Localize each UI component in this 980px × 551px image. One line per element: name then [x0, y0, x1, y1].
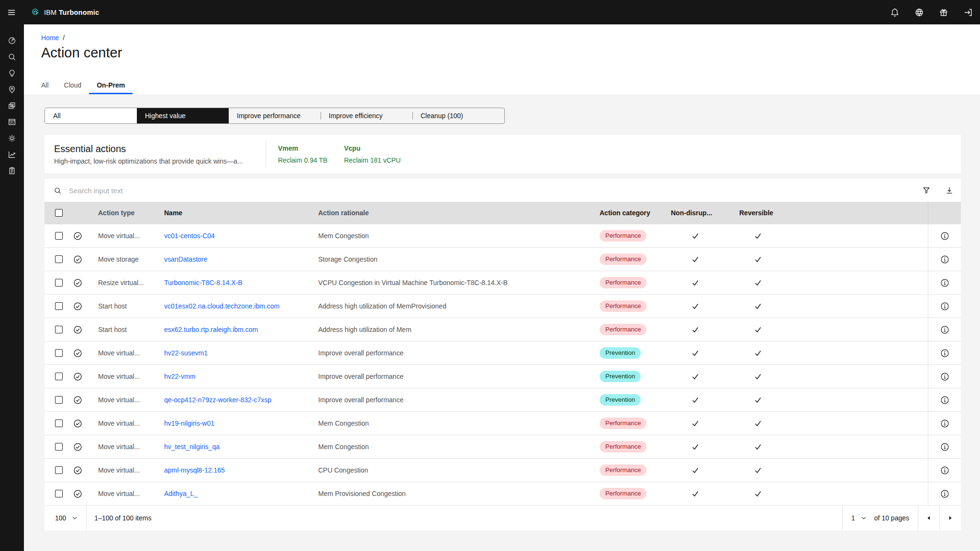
breadcrumb-home-link[interactable]: Home [41, 34, 59, 42]
table-row[interactable]: Move virtual... hv22-susevm1 Improve ove… [45, 341, 961, 364]
filter-segment-cleanup[interactable]: Cleanup (100) [412, 108, 504, 123]
row-checkbox[interactable] [55, 466, 63, 474]
table-row[interactable]: Move virtual... apml-mysql8-12.165 CPU C… [45, 458, 961, 482]
table-toolbar [45, 179, 961, 202]
essential-actions-text: Essential actions High-impact, low-risk … [45, 143, 266, 165]
action-type-cell: Move virtual... [98, 443, 164, 451]
row-checkbox[interactable] [55, 443, 63, 451]
filter-segment-all[interactable]: All [45, 108, 137, 123]
action-name-link[interactable]: apml-mysql8-12.165 [164, 466, 225, 474]
table-row[interactable]: Start host esx62.turbo.rtp.raleigh.ibm.c… [45, 318, 961, 341]
info-icon[interactable] [940, 302, 949, 311]
info-icon[interactable] [940, 396, 949, 405]
row-checkbox[interactable] [55, 349, 63, 357]
row-checkbox[interactable] [55, 255, 63, 263]
non-disruptive-check-icon [691, 442, 739, 451]
action-name-link[interactable]: hv22-vmm [164, 373, 195, 380]
breadcrumb: Home / [41, 34, 980, 42]
top-bar-actions [882, 0, 980, 24]
info-icon[interactable] [940, 278, 949, 287]
info-icon[interactable] [940, 442, 949, 452]
row-checkbox[interactable] [55, 490, 63, 497]
action-name-link[interactable]: hv22-susevm1 [164, 349, 208, 357]
locale-button[interactable] [907, 0, 931, 24]
info-icon[interactable] [940, 419, 949, 428]
action-name-link[interactable]: Adithya_L_ [164, 490, 198, 497]
sidebar-item-overview[interactable] [0, 33, 24, 49]
filter-segment-highest-value[interactable]: Highest value [137, 108, 229, 123]
action-name-link[interactable]: esx62.turbo.rtp.raleigh.ibm.com [164, 326, 258, 333]
main-content: Home / Action center All Cloud On-Prem A… [24, 24, 980, 551]
table-row[interactable]: Move virtual... vc01-centos-C04 Mem Cong… [45, 224, 961, 247]
action-name-link[interactable]: hv_test_nilgiris_qa [164, 443, 220, 451]
action-type-cell: Move virtual... [98, 419, 164, 427]
table-row[interactable]: Move virtual... hv22-vmm Improve overall… [45, 364, 961, 388]
info-icon[interactable] [940, 325, 949, 334]
filter-button[interactable] [915, 179, 938, 202]
action-name-link[interactable]: vc01-centos-C04 [164, 232, 215, 240]
non-disruptive-check-icon [691, 466, 739, 474]
download-button[interactable] [938, 179, 961, 202]
action-name-link[interactable]: vsanDatastore [164, 255, 207, 263]
info-icon[interactable] [940, 466, 949, 475]
action-category-badge: Performance [600, 230, 646, 242]
info-icon[interactable] [940, 372, 949, 381]
menu-button[interactable] [0, 0, 23, 24]
tab-all[interactable]: All [33, 77, 56, 94]
action-name-link[interactable]: qe-ocp412-n79zz-worker-832-c7xsp [164, 396, 271, 404]
action-type-cell: Move virtual... [98, 373, 164, 380]
table-row[interactable]: Resize virtual... Turbonomic-T8C-8.14.X-… [45, 271, 961, 294]
row-checkbox[interactable] [55, 396, 63, 404]
sidebar-item-settings[interactable] [0, 130, 24, 146]
tab-cloud[interactable]: Cloud [56, 77, 89, 94]
page-size-select[interactable]: 100 [45, 506, 87, 530]
sidebar-item-placement[interactable] [0, 81, 24, 98]
action-name-link[interactable]: Turbonomic-T8C-8.14.X-B [164, 279, 243, 287]
notifications-button[interactable] [882, 0, 907, 24]
row-checkbox[interactable] [55, 279, 63, 287]
turbonomic-logo-icon [31, 8, 40, 17]
action-rationale-cell: Improve overall performance [318, 349, 600, 357]
action-rationale-cell: VCPU Congestion in Virtual Machine Turbo… [318, 279, 600, 287]
filter-segment-improve-performance[interactable]: Improve performance [229, 108, 321, 123]
sidebar-item-insights[interactable] [0, 65, 24, 81]
row-checkbox[interactable] [55, 419, 63, 427]
action-name-link[interactable]: hv19-nilgiris-w01 [164, 419, 214, 427]
row-checkbox[interactable] [55, 232, 63, 240]
next-page-button[interactable] [939, 506, 961, 530]
previous-page-button[interactable] [918, 506, 939, 530]
sidebar-item-policies[interactable] [0, 163, 24, 179]
info-icon[interactable] [940, 231, 949, 241]
row-checkbox[interactable] [55, 302, 63, 310]
circle-check-icon [73, 442, 82, 452]
page-header: Home / Action center All Cloud On-Prem [24, 24, 980, 94]
page-number-select[interactable]: 1 of 10 pages [842, 506, 918, 530]
search-input[interactable] [69, 187, 404, 195]
info-icon[interactable] [940, 349, 949, 358]
row-checkbox[interactable] [55, 326, 63, 333]
action-category-badge: Prevention [600, 347, 641, 359]
filter-segment-improve-efficiency[interactable]: Improve efficiency [321, 108, 412, 123]
table-row[interactable]: Move storage vsanDatastore Storage Conge… [45, 247, 961, 271]
row-checkbox[interactable] [55, 373, 63, 380]
info-icon[interactable] [940, 255, 949, 264]
tab-on-prem[interactable]: On-Prem [89, 77, 133, 94]
sidebar-item-search[interactable] [0, 49, 24, 65]
table-row[interactable]: Move virtual... hv19-nilgiris-w01 Mem Co… [45, 411, 961, 435]
table-row[interactable]: Move virtual... qe-ocp412-n79zz-worker-8… [45, 388, 961, 411]
circle-check-icon [73, 302, 82, 311]
sidebar-item-dashboards[interactable] [0, 114, 24, 130]
action-name-link[interactable]: vc01esx02.na.cloud.techzone.ibm.com [164, 302, 279, 310]
sidebar-item-plans[interactable] [0, 98, 24, 114]
action-rationale-cell: Address high utilization of Mem [318, 326, 600, 333]
select-all-checkbox[interactable] [55, 209, 63, 217]
table-row[interactable]: Start host vc01esx02.na.cloud.techzone.i… [45, 294, 961, 318]
table-row[interactable]: Move virtual... Adithya_L_ Mem Provision… [45, 482, 961, 505]
reversible-check-icon [754, 372, 928, 381]
sidebar-item-reports[interactable] [0, 146, 24, 163]
info-icon[interactable] [940, 489, 949, 498]
action-type-cell: Start host [98, 326, 164, 333]
whats-new-button[interactable] [931, 0, 956, 24]
table-row[interactable]: Move virtual... hv_test_nilgiris_qa Mem … [45, 435, 961, 458]
logout-button[interactable] [956, 0, 980, 24]
